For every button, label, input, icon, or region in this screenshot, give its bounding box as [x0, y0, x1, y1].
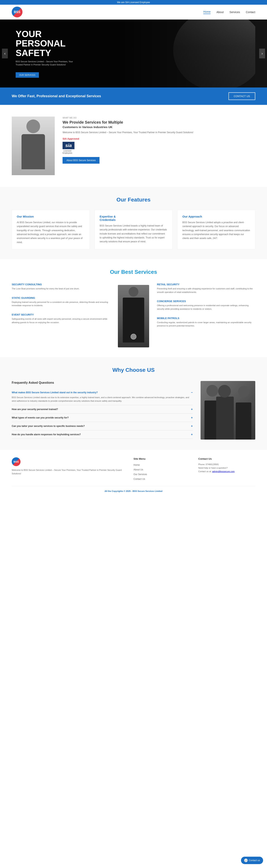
faq-toggle-2: +: [191, 407, 193, 411]
logo-icon: BSS: [12, 7, 23, 18]
service-static-title: STATIC GUARDING: [12, 297, 110, 299]
faq-question-1[interactable]: What makes BSS Secure Services Limited s…: [12, 391, 193, 394]
feature-mission-body: At BSS Secure Services Limited, our miss…: [17, 220, 85, 244]
faq-toggle-4: +: [191, 424, 193, 428]
service-retail-body: Preventing theft and ensuring a safe sho…: [157, 287, 255, 294]
services-layout: SECURITY CONSULTING The Love Boat promis…: [12, 283, 255, 347]
what-we-do-section: WHAT WE DO We Provide Services for Multi…: [0, 105, 267, 187]
hero-subtitle: BSS Secure Services Limited – Secure You…: [16, 60, 74, 66]
feature-mission-title: Our Mission: [17, 215, 85, 218]
footer-site-menu-heading: Site Menu: [134, 457, 190, 460]
footer: BSS Welcome to BSS Secure Services Limit…: [0, 449, 267, 500]
faq-question-5[interactable]: How do you handle alarm responses for ke…: [12, 433, 193, 436]
header: BSS Home About Services Contact: [0, 5, 267, 20]
service-mobile-body: Conducting regular, randomized patrols t…: [157, 321, 255, 328]
faq-item-3: What types of events can you provide sec…: [12, 413, 193, 422]
what-we-do-image: [12, 117, 55, 175]
nav-home[interactable]: Home: [203, 10, 210, 14]
faq-question-2[interactable]: How are your security personnel trained?…: [12, 407, 193, 411]
footer-menu-contact: Contact Us: [134, 477, 190, 480]
footer-grid: BSS Welcome to BSS Secure Services Limit…: [12, 457, 255, 482]
feature-approach-title: Our Approach: [182, 215, 250, 218]
what-we-do-label: WHAT WE DO: [63, 117, 255, 119]
footer-email-link[interactable]: admin@bsssecure.com: [212, 470, 235, 472]
footer-brand-col: BSS Welcome to BSS Secure Services Limit…: [12, 457, 126, 482]
hero-prev-button[interactable]: ‹: [2, 49, 8, 58]
service-consulting-title: SECURITY CONSULTING: [12, 283, 110, 286]
footer-phone: Phone: 07466129581: [198, 463, 256, 466]
faq-toggle-5: +: [191, 433, 193, 436]
hero-cta-button[interactable]: OUR SERVICES: [16, 72, 39, 78]
hero-title: YOUR PERSONAL SAFETY: [16, 29, 74, 58]
service-retail-title: RETAIL SECURITY: [157, 283, 255, 286]
what-we-do-content: WHAT WE DO We Provide Services for Multi…: [63, 117, 255, 164]
footer-logo: BSS: [12, 457, 126, 466]
faq-q4-text: Can you tailor your security services to…: [12, 425, 85, 428]
faq-q1-text: What makes BSS Secure Services Limited s…: [12, 391, 98, 394]
footer-description: Welcome to BSS Secure Services Limited –…: [12, 468, 126, 475]
service-event-body: Safeguarding events of all sizes with ex…: [12, 317, 110, 324]
what-we-do-desc: Welcome to BSS Secure Services Limited –…: [63, 131, 255, 134]
service-concierge-title: CONCIERGE SERVICES: [157, 300, 255, 303]
service-static-body: Deploying trained security personnel for…: [12, 301, 110, 307]
feature-card-credentials: Expertise & Credentials BSS Secure Servi…: [95, 210, 173, 249]
service-concierge-body: Offering a professional and welcoming pr…: [157, 304, 255, 311]
sia-approved-label: SIA Approved: [63, 137, 255, 140]
nav-about[interactable]: About: [216, 10, 224, 14]
footer-menu-services: Our Services: [134, 472, 190, 476]
footer-contact-heading: Contact Us: [198, 457, 256, 460]
footer-site-menu-col: Site Menu Home About Us Our Services Con…: [134, 457, 190, 482]
services-title: Our Best Services: [12, 269, 255, 275]
footer-contact-col: Contact Us Phone: 07466129581 Need help …: [198, 457, 256, 482]
features-title: Our Features: [12, 197, 255, 203]
faq-question-4[interactable]: Can you tailor your security services to…: [12, 424, 193, 428]
cta-text: We Offer Fast, Professional and Exceptio…: [12, 94, 101, 98]
faq-right-image: [201, 381, 255, 440]
logo: BSS: [12, 7, 23, 18]
feature-credentials-body: BSS Secure Services Limited boasts a hig…: [100, 224, 168, 244]
what-we-do-title: We Provide Services for Multiple: [63, 120, 255, 125]
faq-question-3[interactable]: What types of events can you provide sec…: [12, 416, 193, 420]
faq-toggle-3: +: [191, 416, 193, 420]
features-section: Our Features Our Mission At BSS Secure S…: [0, 187, 267, 259]
services-section: Our Best Services SECURITY CONSULTING Th…: [0, 259, 267, 357]
services-right-col: RETAIL SECURITY Preventing theft and ens…: [157, 283, 255, 328]
faq-layout: Frequently Asked Questions What makes BS…: [12, 381, 255, 440]
feature-card-approach: Our Approach BSS Secure Services Limited…: [177, 210, 255, 249]
faq-item-4: Can you tailor your security services to…: [12, 422, 193, 430]
service-retail-security: RETAIL SECURITY Preventing theft and ens…: [157, 283, 255, 294]
service-static-guarding: STATIC GUARDING Deploying trained securi…: [12, 297, 110, 307]
faq-q3-text: What types of events can you provide sec…: [12, 416, 69, 419]
service-consulting-body: The Love Boat promises something for eve…: [12, 287, 110, 290]
top-banner: We are SIA Licensed Employee: [0, 0, 267, 5]
feature-approach-body: BSS Secure Services Limited adopts a pro…: [182, 220, 250, 240]
services-left-col: SECURITY CONSULTING The Love Boat promis…: [12, 283, 110, 324]
sia-logo-box: sia Licensed Employees: [63, 142, 255, 154]
service-event-security: EVENT SECURITY Safeguarding events of al…: [12, 313, 110, 324]
contact-us-button[interactable]: CONTACT US: [229, 92, 255, 100]
why-choose-section: Why Choose US Frequently Asked Questions…: [0, 357, 267, 449]
faq-item-1: What makes BSS Secure Services Limited s…: [12, 389, 193, 405]
about-bss-button[interactable]: About BSS Secure Services: [63, 157, 99, 164]
main-nav: Home About Services Contact: [203, 10, 255, 14]
what-we-do-subtitle: Customers in Various Industries UK: [63, 125, 255, 129]
service-security-consulting: SECURITY CONSULTING The Love Boat promis…: [12, 283, 110, 290]
footer-copyright: All the Copyrights © 2025 - BSS Secure S…: [12, 486, 255, 492]
faq-left: Frequently Asked Questions What makes BS…: [12, 381, 193, 440]
faq-q2-text: How are your security personnel trained?: [12, 408, 58, 411]
nav-services[interactable]: Services: [230, 10, 240, 14]
cta-bar: We Offer Fast, Professional and Exceptio…: [0, 88, 267, 105]
feature-credentials-title: Expertise & Credentials: [100, 215, 168, 221]
service-concierge: CONCIERGE SERVICES Offering a profession…: [157, 300, 255, 311]
faq-item-5: How do you handle alarm responses for ke…: [12, 430, 193, 439]
footer-help-text: Need help or have a question?: [198, 467, 256, 469]
services-center-image: [114, 283, 153, 347]
why-choose-title: Why Choose US: [12, 367, 255, 373]
hero-next-button[interactable]: ›: [259, 49, 265, 58]
service-mobile-title: MOBILE PATROLS: [157, 317, 255, 320]
nav-contact[interactable]: Contact: [246, 10, 255, 14]
faq-q5-text: How do you handle alarm responses for ke…: [12, 433, 81, 436]
top-banner-text: We are SIA Licensed Employee: [117, 1, 150, 4]
footer-site-menu-list: Home About Us Our Services Contact Us: [134, 463, 190, 480]
hero-section: ‹ YOUR PERSONAL SAFETY BSS Secure Servic…: [0, 20, 267, 88]
